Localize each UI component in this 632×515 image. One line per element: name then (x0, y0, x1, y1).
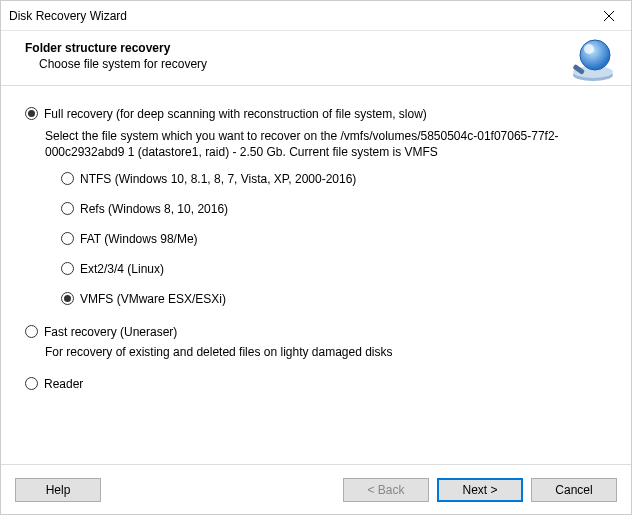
wizard-content: Full recovery (for deep scanning with re… (1, 86, 631, 464)
mode-full-recovery: Full recovery (for deep scanning with re… (25, 106, 607, 308)
radio-icon (61, 202, 74, 215)
cancel-button[interactable]: Cancel (531, 478, 617, 502)
page-title: Folder structure recovery (25, 41, 615, 55)
mode-reader: Reader (25, 376, 607, 392)
next-button[interactable]: Next > (437, 478, 523, 502)
titlebar: Disk Recovery Wizard (1, 1, 631, 31)
wizard-header: Folder structure recovery Choose file sy… (1, 31, 631, 86)
mode-fast-recovery: Fast recovery (Uneraser) For recovery of… (25, 324, 607, 360)
radio-fast-recovery[interactable]: Fast recovery (Uneraser) (25, 324, 607, 340)
radio-label: NTFS (Windows 10, 8.1, 8, 7, Vista, XP, … (80, 171, 356, 187)
back-button: < Back (343, 478, 429, 502)
radio-label: Refs (Windows 8, 10, 2016) (80, 201, 228, 217)
radio-label: Full recovery (for deep scanning with re… (44, 106, 427, 122)
radio-fs-fat[interactable]: FAT (Windows 98/Me) (61, 231, 607, 247)
full-recovery-description: Select the file system which you want to… (45, 128, 605, 160)
fast-recovery-description: For recovery of existing and deleted fil… (45, 344, 607, 360)
radio-icon (61, 232, 74, 245)
filesystem-options: NTFS (Windows 10, 8.1, 8, 7, Vista, XP, … (61, 171, 607, 308)
radio-icon (25, 107, 38, 120)
close-button[interactable] (586, 1, 631, 31)
radio-fs-ext[interactable]: Ext2/3/4 (Linux) (61, 261, 607, 277)
radio-fs-ntfs[interactable]: NTFS (Windows 10, 8.1, 8, 7, Vista, XP, … (61, 171, 607, 187)
wizard-footer: Help < Back Next > Cancel (1, 464, 631, 514)
radio-icon (25, 377, 38, 390)
window-title: Disk Recovery Wizard (9, 9, 127, 23)
radio-label: FAT (Windows 98/Me) (80, 231, 198, 247)
svg-point-5 (584, 44, 594, 54)
svg-point-4 (580, 40, 610, 70)
radio-reader[interactable]: Reader (25, 376, 607, 392)
radio-label: Reader (44, 376, 83, 392)
help-button[interactable]: Help (15, 478, 101, 502)
radio-icon (25, 325, 38, 338)
radio-fs-refs[interactable]: Refs (Windows 8, 10, 2016) (61, 201, 607, 217)
radio-icon (61, 262, 74, 275)
radio-label: Fast recovery (Uneraser) (44, 324, 177, 340)
radio-label: Ext2/3/4 (Linux) (80, 261, 164, 277)
radio-full-recovery[interactable]: Full recovery (for deep scanning with re… (25, 106, 607, 122)
radio-icon (61, 172, 74, 185)
radio-icon (61, 292, 74, 305)
radio-label: VMFS (VMware ESX/ESXi) (80, 291, 226, 307)
radio-fs-vmfs[interactable]: VMFS (VMware ESX/ESXi) (61, 291, 607, 307)
recovery-icon (569, 37, 617, 85)
close-icon (604, 11, 614, 21)
page-subtitle: Choose file system for recovery (39, 57, 615, 71)
